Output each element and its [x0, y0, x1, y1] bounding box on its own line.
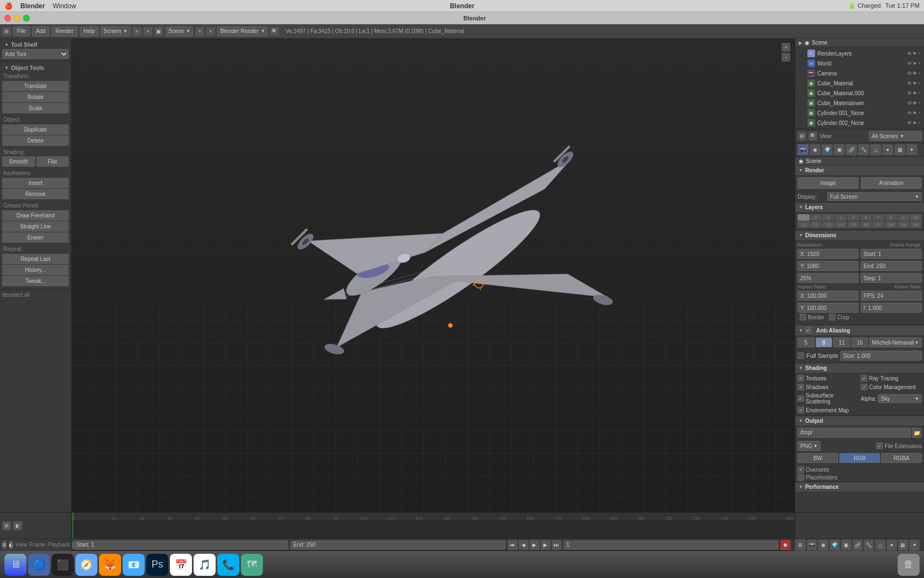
pb-icon7[interactable]: 🔧 [864, 539, 874, 550]
layer-10[interactable]: 10 [910, 214, 922, 221]
renderer-dropdown[interactable]: Blender Render ▼ [217, 26, 268, 36]
jump-end-btn[interactable]: ⏭ [552, 540, 562, 550]
view-icon[interactable]: ⊞ [798, 132, 806, 140]
world-props-icon[interactable]: 🌍 [822, 144, 833, 155]
res-pct-field[interactable]: 25% [798, 273, 859, 283]
layer-13[interactable]: 13 [822, 221, 834, 228]
viewport-controls[interactable]: + − [782, 43, 790, 62]
output-path-field[interactable]: /tmp/ [798, 428, 911, 438]
dock-skype[interactable]: 📞 [217, 554, 239, 576]
layer-20[interactable]: 20 [910, 221, 922, 228]
data-icon[interactable]: △ [870, 144, 881, 155]
window-menu[interactable]: Window [53, 2, 76, 10]
timeline-toggle[interactable]: ◐ [13, 521, 22, 530]
layer-1[interactable]: 1 [798, 214, 810, 221]
file-menu[interactable]: File [13, 26, 30, 36]
cyl001-eye-icon[interactable]: 👁 [907, 110, 912, 116]
camera-arrow-icon[interactable]: ▶ [914, 70, 917, 77]
filter-icon[interactable]: 🔍 [809, 132, 817, 140]
dock-photoshop[interactable]: Ps [146, 554, 168, 576]
modifier-icon[interactable]: 🔧 [858, 144, 869, 155]
layer-3[interactable]: 3 [822, 214, 834, 221]
aa-16-btn[interactable]: 16 [851, 337, 868, 347]
constraints-icon[interactable]: 🔗 [846, 144, 857, 155]
screen-dropdown[interactable]: Screen ▼ [101, 26, 130, 36]
aa-11-btn[interactable]: 11 [833, 337, 850, 347]
layer-15[interactable]: 15 [848, 221, 860, 228]
timeline-icon[interactable]: ⊞ [2, 521, 11, 530]
tree-item-cube-mat[interactable]: ▣ Cube_Material 👁 ▶ × [796, 78, 923, 88]
aspect-y-field[interactable]: Y: 100.000 [798, 303, 859, 313]
camera-del-icon[interactable]: × [918, 70, 921, 77]
layer-7[interactable]: 7 [872, 214, 884, 221]
pb-icon6[interactable]: 🔗 [853, 539, 863, 550]
object-props-icon[interactable]: ▣ [834, 144, 845, 155]
texture-icon[interactable]: ▦ [894, 144, 905, 155]
translate-btn[interactable]: Translate [2, 81, 69, 91]
world-eye-icon[interactable]: 👁 [907, 61, 912, 67]
playback-icon-btn[interactable]: ⊞ [2, 541, 7, 549]
shadows-checkbox[interactable] [798, 384, 804, 390]
cyl002-del-icon[interactable]: × [918, 120, 921, 126]
window-max-btn[interactable] [23, 15, 30, 21]
arrow-icon[interactable]: ▶ [914, 51, 917, 57]
dock-terminal[interactable]: ⬛ [52, 554, 74, 576]
screen-icon[interactable]: ⊞ [2, 27, 11, 36]
ray-tracing-checkbox[interactable] [861, 375, 867, 381]
aa-checkbox[interactable] [805, 327, 812, 334]
particles-icon[interactable]: ✦ [906, 144, 917, 155]
world-arrow-icon[interactable]: ▶ [914, 61, 917, 67]
start-frame-field[interactable]: Start: 1 [74, 541, 288, 549]
draw-freehand-btn[interactable]: Draw Freehand [2, 210, 69, 221]
aa-method-dropdown[interactable]: Mitchell-Netravali ▼ [869, 337, 922, 347]
browse-path-btn[interactable]: 📁 [912, 428, 922, 438]
cube-arrow-icon[interactable]: ▶ [914, 80, 917, 86]
object-tools-header[interactable]: Object Tools [2, 64, 69, 72]
aspect-x-field[interactable]: X: 100.000 [798, 291, 859, 301]
tool-shelf-header[interactable]: Tool Shelf [2, 41, 69, 49]
tweak-btn[interactable]: Tweak... [2, 276, 69, 286]
layer-16[interactable]: 16 [860, 221, 872, 228]
layer-18[interactable]: 18 [885, 221, 897, 228]
pb-icon1[interactable]: ⊞ [795, 539, 806, 550]
all-scenes-dropdown[interactable]: All Scenes ▼ [869, 131, 922, 141]
pb-icon9[interactable]: ● [887, 539, 897, 550]
playback-toggle[interactable]: ◐ [9, 541, 13, 549]
world-del-icon[interactable]: × [918, 61, 921, 67]
view-label[interactable]: View [15, 542, 28, 548]
duplicate-btn[interactable]: Duplicate [2, 124, 69, 135]
insert-btn[interactable]: Insert [2, 178, 69, 188]
cm000-eye-icon[interactable]: 👁 [907, 90, 912, 96]
start-field[interactable]: Start: 1 [861, 249, 922, 259]
color-mgmt-checkbox[interactable] [861, 384, 867, 390]
tree-item-cube-mat-000[interactable]: ▣ Cube_Material.000 👁 ▶ × [796, 88, 923, 98]
eye-icon[interactable]: 👁 [907, 51, 912, 57]
dock-calendar[interactable]: 📅 [170, 554, 192, 576]
end-field[interactable]: End: 250 [861, 261, 922, 271]
layer-2[interactable]: 2 [810, 214, 822, 221]
pb-icon4[interactable]: 🌍 [829, 539, 840, 550]
placeholders-checkbox[interactable] [798, 474, 804, 481]
dock-blender[interactable]: 🔵 [28, 554, 50, 576]
shading-header[interactable]: Shading [795, 363, 924, 373]
current-frame-field[interactable]: 1 [564, 541, 778, 549]
cyl002-arrow-icon[interactable]: ▶ [914, 120, 917, 126]
dock-trash[interactable]: 🗑 [898, 554, 920, 576]
tree-item-world[interactable]: W World 👁 ▶ × [796, 58, 923, 68]
layer-11[interactable]: 11 [798, 221, 810, 228]
straight-line-btn[interactable]: Straight Line [2, 221, 69, 232]
display-dropdown[interactable]: Full Screen ▼ [827, 192, 922, 201]
viewport[interactable]: + − ⊞ ◐ View Select Object Object Mode ▼… [72, 39, 795, 512]
next-frame-btn[interactable]: ▶ [541, 540, 551, 550]
dock-itunes[interactable]: 🎵 [194, 554, 216, 576]
layer-19[interactable]: 19 [898, 221, 910, 228]
del-icon[interactable]: × [918, 51, 921, 57]
render-section-header[interactable]: Render [795, 166, 924, 175]
history-btn[interactable]: History... [2, 265, 69, 275]
overwrite-checkbox[interactable] [798, 466, 804, 473]
tree-item-cyl002[interactable]: ▣ Cylinder.002_None 👁 ▶ × [796, 118, 923, 128]
add-menu[interactable]: Add [32, 26, 50, 36]
layer-4[interactable]: 4 [835, 214, 847, 221]
res-y-field[interactable]: Y: 1080 [798, 261, 859, 271]
help-menu[interactable]: Help [80, 26, 99, 36]
